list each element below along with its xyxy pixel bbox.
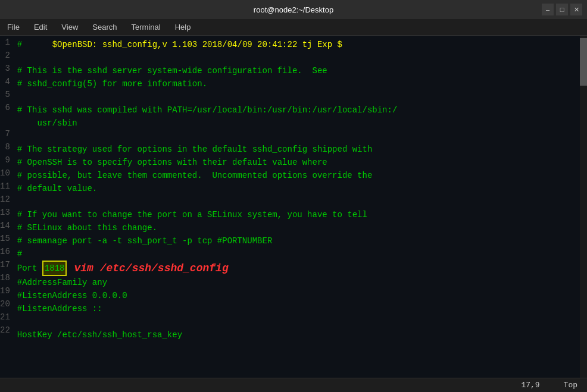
code-line-6b: usr/sbin: [17, 117, 580, 130]
port-keyword: Port: [17, 262, 42, 275]
status-bar: 17,9 Top: [0, 378, 587, 392]
close-button[interactable]: ✕: [570, 4, 582, 15]
code-line-21: [17, 315, 580, 328]
code-line-13: # If you want to change the port on a SE…: [17, 208, 580, 221]
code-line-12: [17, 195, 580, 208]
window-title: root@node2:~/Desktop: [254, 5, 333, 14]
code-line-10: # possible, but leave them commented. Un…: [17, 169, 580, 182]
code-line-2: [17, 51, 580, 64]
menu-file[interactable]: File: [5, 21, 22, 33]
line-numbers: 1 2 3 4 5 6 7 8 9 10 11 12 13 14 15 16 1…: [0, 36, 15, 378]
code-line-4: # sshd_config(5) for more information.: [17, 77, 580, 90]
code-line-7: [17, 130, 580, 143]
menu-bar: File Edit View Search Terminal Help: [0, 19, 587, 36]
scrollbar[interactable]: [580, 36, 587, 378]
code-area[interactable]: # $OpenBSD: sshd_config,v 1.103 2018/04/…: [15, 36, 580, 378]
menu-terminal[interactable]: Terminal: [129, 21, 163, 33]
status-right: 17,9 Top: [521, 381, 577, 390]
terminal-window: root@node2:~/Desktop – □ ✕ File Edit Vie…: [0, 0, 587, 392]
title-bar: root@node2:~/Desktop – □ ✕: [0, 0, 587, 19]
scrollbar-thumb[interactable]: [580, 38, 587, 86]
maximize-button[interactable]: □: [556, 4, 568, 15]
code-line-3: # This is the sshd server system-wide co…: [17, 64, 580, 77]
vim-annotation: vim /etc/ssh/sshd_config: [74, 262, 228, 275]
terminal-body[interactable]: 1 2 3 4 5 6 7 8 9 10 11 12 13 14 15 16 1…: [0, 36, 587, 378]
menu-search[interactable]: Search: [90, 21, 119, 33]
menu-help[interactable]: Help: [173, 21, 193, 33]
code-line-5: [17, 90, 580, 104]
code-line-16: #: [17, 247, 580, 261]
menu-edit[interactable]: Edit: [32, 21, 49, 33]
code-line-6a: # This sshd was compiled with PATH=/usr/…: [17, 104, 580, 117]
code-line-20: #ListenAddress ::: [17, 302, 580, 315]
code-line-17: Port 1818 vim /etc/ssh/sshd_config: [17, 261, 580, 276]
code-line-15: # semanage port -a -t ssh_port_t -p tcp …: [17, 234, 580, 247]
code-line-22: HostKey /etc/ssh/ssh_host_rsa_key: [17, 328, 580, 341]
window-controls: – □ ✕: [542, 4, 582, 15]
code-line-14: # SELinux about this change.: [17, 221, 580, 234]
code-line-18: #AddressFamily any: [17, 276, 580, 289]
code-line-9: # OpenSSH is to specify options with the…: [17, 156, 580, 169]
code-line-1: # $OpenBSD: sshd_config,v 1.103 2018/04/…: [17, 38, 580, 51]
menu-view[interactable]: View: [59, 21, 80, 33]
code-line-11: # default value.: [17, 182, 580, 195]
port-value-highlighted: 1818: [42, 261, 67, 276]
code-line-8: # The strategy used for options in the d…: [17, 143, 580, 156]
scroll-position: Top: [564, 381, 577, 390]
cursor-position: 17,9: [521, 381, 539, 390]
minimize-button[interactable]: –: [542, 4, 554, 15]
code-line-19: #ListenAddress 0.0.0.0: [17, 289, 580, 302]
